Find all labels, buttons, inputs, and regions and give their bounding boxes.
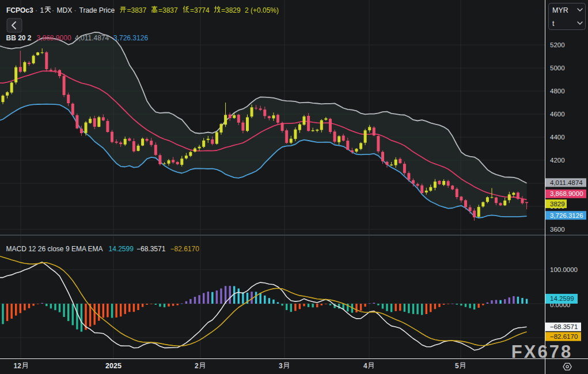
svg-text:4,011.4874: 4,011.4874 — [75, 34, 109, 42]
svg-text:4200: 4200 — [550, 157, 565, 164]
svg-text:4,011.4874: 4,011.4874 — [550, 179, 583, 186]
svg-text:100.0000: 100.0000 — [550, 266, 578, 273]
svg-text:t: t — [552, 20, 555, 28]
svg-text:MACD 12 26 close 9 EMA EMA: MACD 12 26 close 9 EMA EMA — [6, 245, 103, 253]
svg-text:1: 1 — [40, 6, 44, 14]
svg-text:−82.6170: −82.6170 — [550, 333, 578, 340]
svg-text:5200: 5200 — [550, 41, 565, 48]
svg-text:5000: 5000 — [550, 65, 565, 71]
svg-text:14.2599: 14.2599 — [550, 295, 574, 302]
svg-text:3,868.9000: 3,868.9000 — [37, 34, 71, 42]
svg-text:3829: 3829 — [550, 201, 565, 207]
svg-text:FX678: FX678 — [511, 342, 572, 362]
svg-text:−68.3571: −68.3571 — [136, 245, 166, 253]
svg-text:3,726.3126: 3,726.3126 — [550, 212, 583, 219]
svg-text:2: 2 — [195, 362, 199, 370]
svg-text:14.2599: 14.2599 — [109, 245, 134, 253]
svg-text:3: 3 — [279, 362, 283, 370]
svg-text:4400: 4400 — [550, 134, 565, 141]
svg-text:5: 5 — [455, 362, 459, 370]
svg-text:−82.6170: −82.6170 — [170, 245, 200, 253]
svg-text:4: 4 — [363, 362, 367, 370]
svg-text:=3837: =3837 — [158, 6, 178, 14]
svg-text:=3829: =3829 — [221, 6, 241, 14]
svg-text:12: 12 — [14, 362, 22, 370]
svg-text:2025: 2025 — [105, 362, 122, 370]
svg-text:·: · — [35, 6, 37, 14]
svg-text:2 (+0.05%): 2 (+0.05%) — [245, 6, 279, 14]
svg-text:3,868.9000: 3,868.9000 — [550, 190, 583, 197]
svg-text:·: · — [74, 6, 77, 14]
svg-text:−68.3571: −68.3571 — [550, 323, 578, 330]
svg-text:=3837: =3837 — [127, 6, 147, 14]
svg-text:FCPOc3: FCPOc3 — [6, 6, 33, 14]
svg-text:BB 20 2: BB 20 2 — [6, 34, 32, 42]
svg-text:·: · — [52, 6, 54, 14]
svg-text:3600: 3600 — [550, 226, 565, 233]
svg-text:4800: 4800 — [550, 88, 565, 95]
svg-text:MYR: MYR — [552, 6, 568, 14]
svg-text:Trade Price: Trade Price — [79, 6, 115, 14]
svg-text:=3774: =3774 — [190, 6, 210, 14]
svg-text:3,726.3126: 3,726.3126 — [113, 34, 148, 42]
svg-text:MDX: MDX — [57, 6, 73, 14]
svg-text:4600: 4600 — [550, 111, 565, 118]
